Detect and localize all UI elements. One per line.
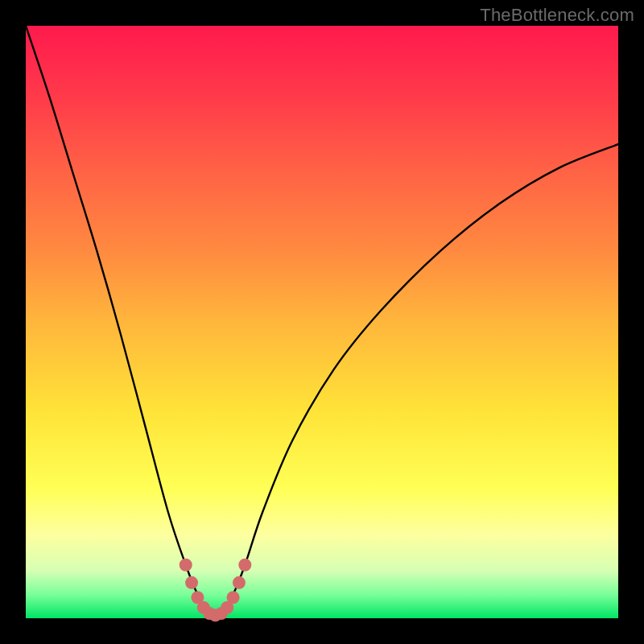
- trough-dot: [233, 576, 246, 589]
- trough-dot: [180, 559, 192, 572]
- trough-dot: [238, 559, 251, 572]
- chart-plot-area: [26, 26, 618, 618]
- bottleneck-curve: [26, 26, 618, 615]
- trough-dot-group: [180, 559, 252, 622]
- watermark-text: TheBottleneck.com: [480, 5, 634, 26]
- bottleneck-chart-svg: [26, 26, 618, 618]
- trough-dot: [185, 576, 198, 589]
- trough-dot: [227, 591, 240, 604]
